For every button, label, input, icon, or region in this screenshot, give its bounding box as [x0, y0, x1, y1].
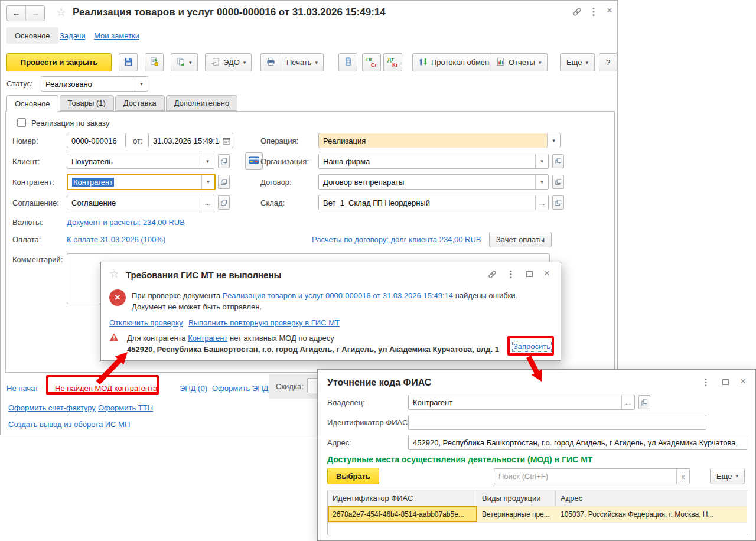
- operation-select[interactable]: Реализация ▾: [318, 133, 561, 148]
- counterparty-dropdown-icon[interactable]: ▾: [201, 175, 214, 189]
- get-link-icon[interactable]: [572, 7, 582, 18]
- mod-table: Идентификатор ФИАС Виды продукции Адрес …: [327, 490, 747, 535]
- owner-field[interactable]: Контрагент ...: [408, 395, 635, 410]
- status-dropdown-icon[interactable]: ▾: [135, 77, 148, 91]
- client-select[interactable]: Покупатель ▾: [67, 154, 214, 169]
- forward-button[interactable]: →: [26, 6, 44, 21]
- number-field[interactable]: 0000-000016: [67, 133, 126, 148]
- org-select[interactable]: Наша фирма ▾: [318, 154, 549, 169]
- mod-table-row[interactable]: 2678a2e7-454f-46b4-8514-aabb07ab5e... Ве…: [328, 506, 747, 523]
- agreement-open-button[interactable]: [218, 195, 230, 210]
- clear-search-button[interactable]: x: [676, 469, 689, 484]
- contract-dropdown-icon[interactable]: ▾: [535, 175, 548, 189]
- org-dropdown-icon[interactable]: ▾: [535, 154, 548, 168]
- address-field[interactable]: 452920, Республика Башкортостан, г.о. го…: [408, 435, 747, 450]
- nav-tab-tasks[interactable]: Задачи: [60, 31, 86, 40]
- cell-fias-id[interactable]: 2678a2e7-454f-46b4-8514-aabb07ab5e...: [328, 506, 477, 522]
- request-mod-link[interactable]: Запросить: [513, 342, 550, 351]
- fias-id-field[interactable]: [408, 415, 706, 430]
- epd-link[interactable]: ЭПД (0): [180, 384, 207, 393]
- operation-dropdown-icon[interactable]: ▾: [547, 133, 560, 148]
- calendar-button[interactable]: [220, 133, 233, 148]
- client-open-button[interactable]: [218, 154, 230, 168]
- doc-tab-delivery[interactable]: Доставка: [115, 95, 165, 111]
- warehouse-field[interactable]: Вет_1_Склад ГП Неордерный ...: [318, 195, 549, 210]
- copy-menu-button[interactable]: ▾: [171, 53, 198, 71]
- payment-offset-button[interactable]: Зачет оплаты: [489, 232, 552, 247]
- header-products[interactable]: Виды продукции: [477, 490, 556, 506]
- epd-create-link[interactable]: Оформить ЭПД: [212, 384, 268, 393]
- agreement-field[interactable]: Соглашение ...: [67, 195, 214, 210]
- edo-menu-button[interactable]: ЭДО ▾: [205, 53, 252, 71]
- dialog-favorite-star-icon[interactable]: ☆: [109, 267, 119, 281]
- dtkt-postings-button[interactable]: Дт Кт: [383, 53, 402, 71]
- order-checkbox[interactable]: [17, 118, 26, 127]
- owner-ellipsis-button[interactable]: ...: [621, 395, 634, 409]
- registers-list-button[interactable]: [338, 53, 357, 71]
- post-and-close-button[interactable]: Провести и закрыть: [6, 53, 112, 71]
- help-button[interactable]: ?: [599, 53, 617, 71]
- payment-link[interactable]: К оплате 31.03.2026 (100%): [67, 235, 165, 244]
- exchange-protocol-button[interactable]: Протокол обмена: [412, 53, 500, 71]
- edi-status-link[interactable]: Не начат: [6, 384, 38, 393]
- agreement-ellipsis-button[interactable]: ...: [201, 195, 214, 210]
- nav-tab-notes[interactable]: Мои заметки: [94, 31, 139, 40]
- settlements-link[interactable]: Расчеты по договору: долг клиента 234,00…: [312, 235, 481, 244]
- mod-search-group: x: [494, 468, 690, 484]
- post-document-button[interactable]: [145, 53, 164, 71]
- select-mod-button[interactable]: Выбрать: [327, 468, 379, 484]
- create-invoice-link[interactable]: Оформить счет-фактуру: [8, 403, 96, 412]
- mod-search-input[interactable]: [494, 469, 676, 484]
- create-ttn-link[interactable]: Оформить ТТН: [98, 403, 153, 412]
- recheck-link[interactable]: Выполнить повторную проверку в ГИС МТ: [188, 318, 340, 327]
- status-select[interactable]: Реализовано ▾: [41, 76, 148, 92]
- doc-tab-additional[interactable]: Дополнительно: [166, 95, 238, 111]
- mod-more-button[interactable]: Еще ▾: [710, 468, 745, 484]
- print-button[interactable]: [261, 54, 281, 71]
- client-dropdown-icon[interactable]: ▾: [201, 154, 214, 168]
- contract-select[interactable]: Договор ветпрепараты ▾: [318, 174, 549, 190]
- counterparty-select[interactable]: Контрагент ▾: [67, 174, 216, 190]
- error-document-link[interactable]: Реализация товаров и услуг 0000-000016 о…: [223, 291, 453, 300]
- counterparty-label: Контрагент:: [12, 178, 54, 187]
- favorite-star-icon[interactable]: ☆: [56, 5, 66, 19]
- currency-link[interactable]: Документ и расчеты: 234,00 RUB: [67, 218, 185, 227]
- drcr-postings-button[interactable]: Dr Cr: [362, 53, 381, 71]
- header-address[interactable]: Адрес: [556, 490, 747, 506]
- kebab-menu-icon[interactable]: [592, 7, 595, 18]
- header-fias-id[interactable]: Идентификатор ФИАС: [328, 490, 477, 506]
- warehouse-ellipsis-button[interactable]: ...: [535, 195, 548, 210]
- doc-tab-goods[interactable]: Товары (1): [60, 95, 114, 111]
- edo-icon: [211, 57, 220, 68]
- client-label: Клиент:: [12, 157, 40, 166]
- fias-maximize-icon[interactable]: [722, 379, 729, 385]
- help-label: ?: [606, 58, 610, 67]
- owner-open-button[interactable]: [638, 395, 650, 409]
- org-open-button[interactable]: [552, 154, 564, 168]
- dialog-maximize-icon[interactable]: [526, 271, 533, 277]
- fias-kebab-icon[interactable]: [705, 378, 707, 389]
- disable-check-link[interactable]: Отключить проверку: [109, 318, 183, 327]
- warning-counterparty-link[interactable]: Контрагент: [188, 334, 227, 343]
- warehouse-open-button[interactable]: [552, 195, 564, 210]
- more-actions-button[interactable]: Еще ▾: [560, 53, 595, 71]
- print-menu-button[interactable]: Печать ▾: [281, 54, 323, 71]
- dialog-kebab-icon[interactable]: [510, 270, 512, 281]
- date-field[interactable]: 31.03.2026 15:49:14: [148, 133, 233, 148]
- dialog-close-icon[interactable]: ×: [544, 269, 550, 278]
- counterparty-open-button[interactable]: [218, 175, 230, 189]
- close-window-icon[interactable]: ×: [607, 6, 612, 15]
- nav-tab-main[interactable]: Основное: [6, 27, 58, 44]
- org-value: Наша фирма: [319, 157, 535, 166]
- cell-products[interactable]: Ветеринарные пре...: [477, 506, 556, 522]
- doc-tab-general[interactable]: Основное: [6, 95, 58, 112]
- mod-not-found-link[interactable]: Не найден МОД контрагента: [55, 384, 157, 393]
- save-button[interactable]: [119, 53, 138, 71]
- back-button[interactable]: ←: [7, 6, 25, 21]
- create-withdrawal-link[interactable]: Создать вывод из оборота ИС МП: [8, 420, 130, 429]
- reports-button[interactable]: Отчеты ▾: [490, 53, 548, 71]
- fias-close-icon[interactable]: ×: [740, 377, 746, 386]
- contract-open-button[interactable]: [552, 175, 564, 189]
- cell-address[interactable]: 105037, Российская Федерация, г. Москва,…: [556, 506, 747, 522]
- dialog-link-icon[interactable]: [488, 270, 497, 281]
